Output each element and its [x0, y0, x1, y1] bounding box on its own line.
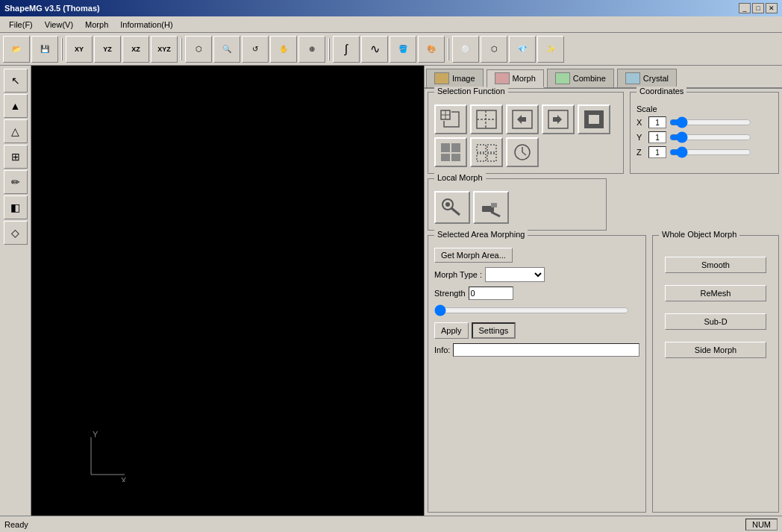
local-morph-title: Local Morph [434, 173, 486, 182]
sel-timer-btn[interactable] [506, 137, 539, 167]
sphere-button[interactable]: ⚪ [452, 36, 479, 63]
toolbar-separator-3 [328, 38, 330, 60]
diamond-tool-button[interactable]: ◇ [4, 221, 28, 245]
paint-button[interactable]: 🎨 [418, 36, 445, 63]
tab-combine[interactable]: Combine [547, 69, 614, 87]
sel-break-icon [475, 109, 498, 130]
local-morph-btn-2[interactable] [473, 191, 509, 224]
close-button[interactable]: ✕ [766, 3, 778, 13]
whole-morph-buttons: Smooth ReMesh Sub-D Side Morph [659, 254, 772, 361]
tab-image[interactable]: Image [426, 69, 484, 87]
info-input[interactable] [453, 343, 639, 357]
selected-area-title: Selected Area Morphing [434, 230, 528, 239]
save-button[interactable]: 💾 [31, 36, 58, 63]
settings-button[interactable]: Settings [472, 322, 516, 339]
axis-svg: Y X [69, 430, 128, 482]
sel-btn-3[interactable] [506, 104, 539, 134]
apply-button[interactable]: Apply [434, 322, 469, 339]
sel-buttons-container [434, 104, 617, 167]
timer-icon [511, 142, 534, 163]
zoom-button[interactable]: 🔍 [213, 36, 240, 63]
xyz-view-button[interactable]: XYZ [151, 36, 178, 63]
minimize-button[interactable]: _ [739, 3, 751, 13]
coord-z-row: Z [636, 146, 772, 158]
sel-btn-5[interactable] [578, 104, 610, 134]
z-slider[interactable] [669, 146, 751, 158]
brush-tool-button[interactable]: ✏ [4, 170, 28, 194]
tab-image-label: Image [452, 74, 475, 83]
morph-type-select[interactable] [485, 267, 545, 282]
y-slider[interactable] [669, 131, 751, 143]
sel-btn-4[interactable] [542, 104, 575, 134]
sel-btn-7[interactable] [470, 137, 503, 167]
mountain-tool-button[interactable]: ▲ [4, 94, 28, 118]
crystal-button[interactable]: 💎 [509, 36, 536, 63]
magic-button[interactable]: ✨ [537, 36, 564, 63]
sel-row-1 [434, 104, 617, 134]
xz-view-button[interactable]: XZ [122, 36, 149, 63]
wave-button[interactable]: ∿ [361, 36, 388, 63]
selection-function-group: Selection Function [428, 92, 624, 174]
scale-label: Scale [636, 104, 772, 113]
x-slider[interactable] [669, 116, 751, 128]
menu-view[interactable]: View(V) [39, 19, 79, 31]
menu-morph[interactable]: Morph [79, 19, 114, 31]
z-input[interactable] [648, 146, 666, 158]
viewport[interactable]: Y X [31, 66, 424, 516]
remesh-button[interactable]: ReMesh [665, 285, 767, 301]
sel-contract-icon [547, 109, 569, 130]
cube-tool-button[interactable]: ◧ [4, 195, 28, 219]
grid-tool-button[interactable]: ⊞ [4, 145, 28, 169]
cursor-tool-button[interactable]: ↖ [4, 69, 28, 93]
strength-slider[interactable] [434, 304, 629, 316]
yz-view-button[interactable]: YZ [94, 36, 121, 63]
whole-object-title: Whole Object Morph [659, 230, 739, 239]
curve-button[interactable]: ∫ [333, 36, 360, 63]
apply-settings-row: Apply Settings [434, 322, 639, 339]
menu-information[interactable]: Information(H) [114, 19, 178, 31]
hammer-icon [479, 197, 503, 218]
y-label: Y [636, 133, 645, 142]
menu-file[interactable]: File(F) [3, 19, 39, 31]
triangle-tool-button[interactable]: △ [4, 119, 28, 143]
bottom-groups-row: Selected Area Morphing Get Morph Area...… [428, 235, 779, 513]
side-morph-button[interactable]: Side Morph [665, 342, 767, 358]
lasso-button[interactable]: ⊕ [298, 36, 325, 63]
svg-line-26 [522, 152, 526, 155]
ready-text: Ready [4, 520, 28, 529]
z-label: Z [636, 148, 645, 157]
morph-type-label: Morph Type : [434, 270, 482, 279]
svg-rect-31 [491, 203, 497, 207]
y-input[interactable] [648, 131, 666, 143]
strength-label: Strength [434, 289, 466, 298]
get-morph-area-button[interactable]: Get Morph Area... [434, 248, 513, 263]
wrench-icon [440, 197, 464, 218]
sel-btn-2[interactable] [470, 104, 503, 134]
toolbar-separator-1 [61, 38, 63, 60]
maximize-button[interactable]: □ [752, 3, 764, 13]
tab-morph-label: Morph [513, 74, 536, 83]
rotate-button[interactable]: ↺ [242, 36, 269, 63]
sel-btn-6[interactable] [434, 137, 467, 167]
xy-view-button[interactable]: XY [66, 36, 93, 63]
panel-content: Selection Function [425, 89, 782, 516]
tab-crystal[interactable]: Crystal [617, 69, 677, 87]
select-button[interactable]: ⬡ [185, 36, 212, 63]
tab-morph[interactable]: Morph [487, 69, 544, 88]
pan-button[interactable]: ✋ [270, 36, 297, 63]
bucket-button[interactable]: 🪣 [390, 36, 416, 63]
sel-btn-1[interactable] [434, 104, 467, 134]
mesh-button[interactable]: ⬡ [481, 36, 507, 63]
svg-rect-19 [451, 154, 460, 161]
x-input[interactable] [648, 116, 666, 128]
strength-input[interactable] [469, 287, 513, 300]
window-controls: _ □ ✕ [739, 3, 778, 13]
svg-line-32 [491, 212, 500, 216]
tab-combine-label: Combine [573, 74, 606, 83]
smooth-button[interactable]: Smooth [665, 257, 767, 273]
sel-none-icon [475, 142, 498, 163]
selected-area-content: Get Morph Area... Morph Type : Strength [434, 248, 639, 357]
local-morph-btn-1[interactable] [434, 191, 470, 224]
sub-d-button[interactable]: Sub-D [665, 313, 767, 330]
open-button[interactable]: 📂 [3, 36, 30, 63]
